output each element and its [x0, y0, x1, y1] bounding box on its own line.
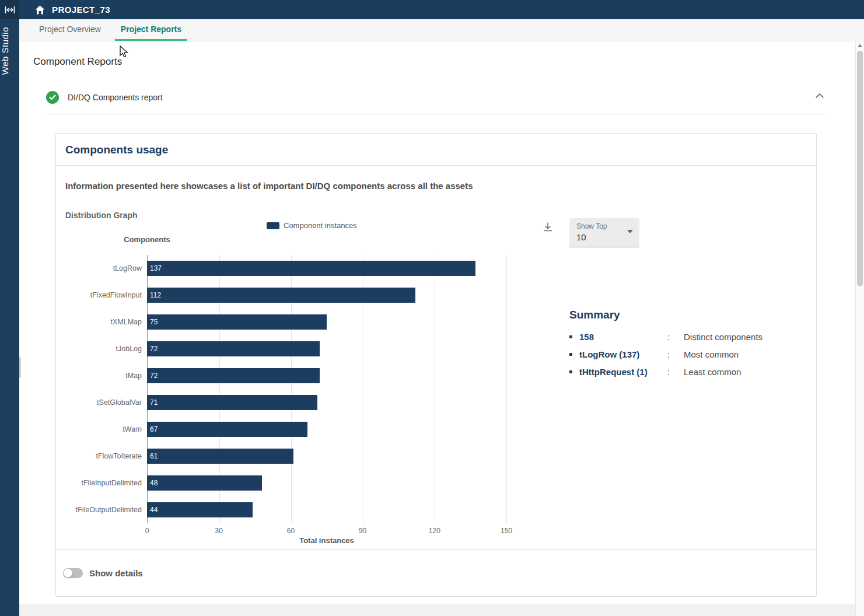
x-axis-title: Total instances	[147, 536, 506, 545]
tab-project-overview[interactable]: Project Overview	[33, 19, 107, 41]
page-bottom-strip	[19, 604, 855, 616]
summary-item-key: tHttpRequest (1)	[569, 367, 667, 377]
chart-bar-value: 137	[147, 264, 162, 272]
chart-bar-track: 48	[147, 470, 506, 496]
vertical-scrollbar[interactable]	[855, 41, 864, 616]
chart-bar-track: 72	[147, 362, 506, 389]
chart-bar-value: 67	[147, 425, 158, 433]
summary-panel: Summary 158:Distinct componentstLogRow (…	[569, 309, 803, 384]
chart-bar-track: 72	[147, 335, 506, 362]
collapse-sidebar-icon	[5, 6, 15, 14]
chart-category-label: tFileOutputDelimited	[65, 506, 147, 514]
report-panel-header: DI/DQ Components report	[46, 89, 825, 114]
toggle-knob	[64, 569, 72, 578]
chart-bar: 61	[147, 449, 293, 464]
chart-category-label: tJobLog	[65, 345, 147, 353]
chart-rows: tLogRow137tFixedFlowInput112tXMLMap75tJo…	[65, 255, 526, 523]
download-icon	[542, 221, 554, 233]
card-footer: Show details	[56, 549, 816, 597]
chart-bar-value: 72	[147, 345, 158, 353]
chart-category-label: tSetGlobalVar	[65, 398, 147, 407]
chart-bar: 44	[147, 502, 253, 517]
chart-bar-row: tFlowToIterate61	[65, 443, 526, 470]
bullet-icon	[569, 353, 572, 356]
chart-bar-track: 67	[147, 416, 506, 443]
bullet-icon	[569, 370, 572, 373]
chart-bar-row: tFileOutputDelimited44	[65, 496, 526, 523]
x-tick-label: 120	[429, 527, 440, 535]
bullet-icon	[569, 335, 572, 338]
chart-bar-track: 137	[147, 255, 506, 282]
x-tick-label: 60	[287, 527, 295, 535]
app-window: Web Studio PROJECT_73 Project Overview P…	[0, 0, 864, 616]
show-top-select[interactable]: Show Top 10	[569, 218, 639, 247]
report-divider	[46, 114, 825, 114]
x-tick-label: 0	[145, 527, 149, 535]
collapse-sidebar-button[interactable]	[0, 0, 19, 19]
summary-list: 158:Distinct componentstLogRow (137):Mos…	[569, 332, 803, 377]
panel-resize-handle[interactable]	[19, 357, 21, 378]
chart-category-label: tFixedFlowInput	[65, 291, 147, 299]
distribution-chart: Components tLogRow137tFixedFlowInput112t…	[65, 234, 526, 545]
chart-bar: 112	[147, 288, 415, 303]
chart-category-label: tXMLMap	[65, 318, 147, 326]
download-chart-button[interactable]	[542, 221, 554, 235]
report-success-icon	[46, 91, 59, 104]
show-details-toggle[interactable]	[63, 568, 83, 578]
show-top-value: 10	[576, 232, 632, 242]
web-studio-label: Web Studio	[0, 27, 19, 75]
project-title[interactable]: PROJECT_73	[52, 5, 110, 15]
chart-bar-value: 44	[147, 506, 158, 514]
chart-bar-row: tLogRow137	[65, 255, 526, 282]
chart-bar-track: 112	[147, 282, 506, 309]
home-icon	[35, 5, 45, 15]
chart-legend[interactable]: Component instances	[267, 221, 357, 230]
report-panel-title: DI/DQ Components report	[68, 93, 163, 102]
collapse-report-button[interactable]	[815, 90, 824, 101]
tab-project-reports[interactable]: Project Reports	[115, 19, 187, 41]
chart-bar-value: 48	[147, 479, 158, 487]
summary-title: Summary	[569, 309, 803, 321]
summary-item-colon: :	[667, 349, 676, 359]
summary-item: tLogRow (137):Most common	[569, 349, 803, 359]
chart-bar-track: 71	[147, 389, 506, 416]
chart-plot: tLogRow137tFixedFlowInput112tXMLMap75tJo…	[65, 255, 526, 523]
chart-bar-value: 75	[147, 318, 158, 326]
summary-item-key: tLogRow (137)	[569, 349, 667, 359]
summary-item-value: Most common	[676, 349, 803, 359]
page-title: Component Reports	[33, 56, 122, 68]
chevron-up-icon	[815, 93, 824, 99]
summary-item-colon: :	[667, 332, 676, 342]
chart-bar-track: 61	[147, 443, 506, 470]
chart-bar-value: 72	[147, 372, 158, 380]
chart-bar: 72	[147, 341, 320, 356]
chart-bar-row: tFixedFlowInput112	[65, 282, 526, 309]
chart-bar-row: tFileInputDelimited48	[65, 470, 526, 496]
chart-category-label: tFlowToIterate	[65, 452, 147, 460]
left-sidebar: Web Studio	[0, 0, 19, 616]
chart-category-label: tWarn	[65, 425, 147, 433]
summary-item: 158:Distinct components	[569, 332, 803, 342]
summary-item-key: 158	[569, 332, 667, 342]
x-tick-label: 30	[215, 527, 223, 535]
legend-swatch	[267, 222, 279, 229]
chart-bar-row: tJobLog72	[65, 335, 526, 362]
scroll-up-arrow-icon[interactable]	[858, 44, 862, 47]
chart-bar: 71	[147, 395, 317, 410]
app-header: PROJECT_73	[19, 0, 864, 19]
scrollbar-thumb[interactable]	[857, 51, 863, 286]
components-usage-card: Components usage Information presented h…	[55, 133, 817, 597]
distribution-graph-label: Distribution Graph	[65, 211, 807, 220]
chart-category-label: tFileInputDelimited	[65, 479, 147, 487]
chart-bar-row: tXMLMap75	[65, 309, 526, 335]
chart-bar-row: tSetGlobalVar71	[65, 389, 526, 416]
chart-bar-value: 61	[147, 452, 158, 460]
x-tick-label: 90	[359, 527, 366, 535]
chart-bar: 67	[147, 422, 307, 437]
home-button[interactable]	[30, 0, 50, 19]
summary-item-value: Distinct components	[676, 332, 803, 342]
show-top-label: Show Top	[576, 222, 632, 230]
legend-label: Component instances	[284, 221, 357, 230]
chart-bar-row: tMap72	[65, 362, 526, 389]
y-axis-title: Components	[124, 235, 170, 244]
